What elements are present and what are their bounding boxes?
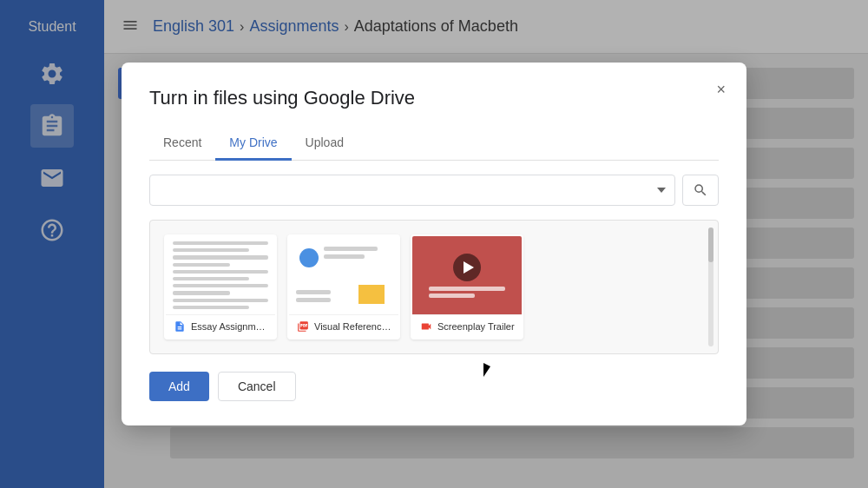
file-footer-screenplay: Screenplay Trailer xyxy=(412,314,522,338)
search-icon xyxy=(693,182,708,198)
scrollbar-thumb xyxy=(708,228,713,262)
file-name-screenplay: Screenplay Trailer xyxy=(437,321,515,332)
modal-title: Turn in files using Google Drive xyxy=(149,87,719,109)
folder-dropdown[interactable] xyxy=(149,175,675,206)
scrollbar-track xyxy=(708,228,713,346)
visual-rect xyxy=(358,285,385,304)
file-card-visual[interactable]: Visual References xyxy=(287,234,400,340)
file-card-essay[interactable]: Essay Assignment... xyxy=(164,234,277,340)
file-preview-visual xyxy=(289,236,398,314)
file-preview-essay xyxy=(166,236,275,314)
tab-upload[interactable]: Upload xyxy=(292,127,358,161)
modal-tabs: Recent My Drive Upload xyxy=(149,127,719,161)
visual-circle xyxy=(299,248,319,267)
video-bars xyxy=(429,287,505,298)
file-name-visual: Visual References xyxy=(314,321,391,332)
tab-recent[interactable]: Recent xyxy=(149,127,215,161)
modal-overlay: Turn in files using Google Drive × Recen… xyxy=(0,0,868,488)
pdf-icon xyxy=(296,320,310,333)
play-button-icon xyxy=(453,254,481,281)
video-icon xyxy=(419,320,433,333)
search-button[interactable] xyxy=(682,175,719,206)
add-button[interactable]: Add xyxy=(149,372,209,401)
visual-lines xyxy=(324,247,391,262)
visual-text-lines xyxy=(296,290,331,306)
tab-my-drive[interactable]: My Drive xyxy=(215,127,291,161)
file-footer-essay: Essay Assignment... xyxy=(166,314,275,338)
file-preview-screenplay xyxy=(412,236,522,314)
play-triangle xyxy=(464,261,474,274)
files-grid: Essay Assignment... xyxy=(149,220,719,354)
cancel-button[interactable]: Cancel xyxy=(218,372,296,401)
modal: Turn in files using Google Drive × Recen… xyxy=(122,63,746,425)
file-name-essay: Essay Assignment... xyxy=(191,321,268,332)
file-footer-visual: Visual References xyxy=(289,314,398,338)
modal-footer: Add Cancel xyxy=(149,372,719,401)
modal-close-button[interactable]: × xyxy=(713,78,729,101)
scrollbar[interactable] xyxy=(707,228,714,346)
doc-icon xyxy=(173,320,187,333)
search-bar-row xyxy=(149,175,719,206)
file-card-screenplay[interactable]: Screenplay Trailer xyxy=(411,234,523,340)
